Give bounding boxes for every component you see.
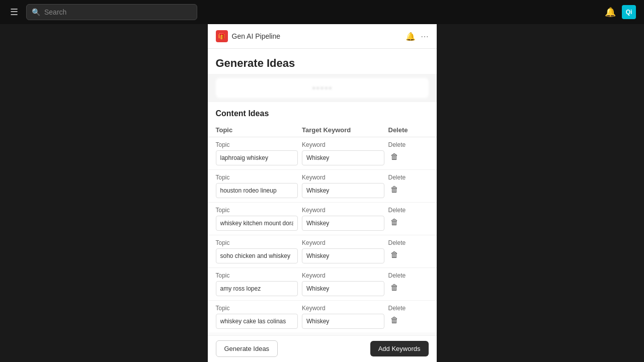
keyword-label-0: Keyword — [302, 141, 384, 148]
topic-label-2: Topic — [216, 207, 298, 214]
table-body: Topic Keyword Delete 🗑 Topic — [208, 137, 437, 335]
delete-button-0[interactable]: 🗑 — [388, 150, 400, 163]
delete-label-1: Delete — [388, 174, 406, 181]
delete-button-4[interactable]: 🗑 — [388, 281, 400, 294]
delete-label-0: Delete — [388, 141, 406, 148]
delete-group-4: Delete 🗑 — [388, 272, 429, 294]
bottom-bar: Generate Ideas Add Keywords — [208, 335, 437, 362]
col-delete: Delete — [388, 126, 429, 134]
generate-ideas-button[interactable]: Generate Ideas — [216, 340, 278, 357]
nav-bell-icon[interactable]: 🔔 — [605, 7, 616, 18]
table-row: Topic Keyword Delete 🗑 — [208, 203, 437, 235]
keyword-input-4[interactable] — [302, 281, 384, 296]
delete-group-5: Delete 🗑 — [388, 305, 429, 327]
col-topic: Topic — [216, 126, 302, 134]
delete-button-5[interactable]: 🗑 — [388, 314, 400, 327]
topic-label-5: Topic — [216, 305, 298, 312]
delete-group-1: Delete 🗑 — [388, 174, 429, 196]
keyword-input-0[interactable] — [302, 150, 384, 165]
keyword-input-5[interactable] — [302, 314, 384, 329]
keyword-input-3[interactable] — [302, 248, 384, 263]
keyword-label-1: Keyword — [302, 174, 384, 181]
content-ideas-card: Content Ideas Topic Target Keyword Delet… — [208, 102, 437, 335]
app-header-right: 🔔 ⋯ — [406, 32, 429, 41]
search-icon: 🔍 — [32, 8, 40, 16]
main-wrapper: ☰ 🔍 🔔 Qi 🎁 Gen AI Pipeline 🔔 ⋯ Generate … — [0, 0, 644, 362]
keyword-cell-3: Keyword — [302, 239, 388, 263]
delete-group-2: Delete 🗑 — [388, 207, 429, 229]
add-keywords-button[interactable]: Add Keywords — [370, 341, 429, 356]
topic-cell-0: Topic — [216, 141, 302, 165]
topic-cell-4: Topic — [216, 272, 302, 296]
topic-label-0: Topic — [216, 141, 298, 148]
app-more-icon[interactable]: ⋯ — [421, 32, 429, 41]
delete-group-3: Delete 🗑 — [388, 239, 429, 261]
page-content: 🎁 Gen AI Pipeline 🔔 ⋯ Generate Ideas • •… — [208, 24, 437, 362]
top-nav: ☰ 🔍 🔔 Qi — [0, 0, 644, 24]
topic-cell-1: Topic — [216, 174, 302, 198]
keyword-cell-4: Keyword — [302, 272, 388, 296]
faded-section: • • • • • — [216, 78, 429, 98]
delete-label-2: Delete — [388, 207, 406, 214]
topic-label-3: Topic — [216, 239, 298, 246]
search-input[interactable] — [44, 8, 192, 16]
keyword-label-4: Keyword — [302, 272, 384, 279]
table-row: Topic Keyword Delete 🗑 — [208, 268, 437, 301]
avatar: Qi — [622, 5, 636, 19]
app-bell-icon[interactable]: 🔔 — [406, 32, 416, 41]
delete-group-0: Delete 🗑 — [388, 141, 429, 163]
topic-input-2[interactable] — [216, 216, 298, 231]
topic-input-0[interactable] — [216, 150, 298, 165]
keyword-label-3: Keyword — [302, 239, 384, 246]
app-title-label: Gen AI Pipeline — [232, 32, 281, 40]
delete-label-4: Delete — [388, 272, 406, 279]
keyword-label-5: Keyword — [302, 305, 384, 312]
table-row: Topic Keyword Delete 🗑 — [208, 170, 437, 203]
delete-label-3: Delete — [388, 239, 406, 246]
table-row: Topic Keyword Delete 🗑 — [208, 301, 437, 333]
keyword-cell-5: Keyword — [302, 305, 388, 329]
app-icon: 🎁 — [216, 30, 228, 42]
delete-button-1[interactable]: 🗑 — [388, 183, 400, 196]
delete-label-5: Delete — [388, 305, 406, 312]
keyword-input-1[interactable] — [302, 183, 384, 198]
hamburger-icon[interactable]: ☰ — [8, 5, 20, 20]
table-row: Topic Keyword Delete 🗑 — [208, 235, 437, 268]
delete-button-2[interactable]: 🗑 — [388, 216, 400, 229]
topic-cell-2: Topic — [216, 207, 302, 231]
keyword-cell-1: Keyword — [302, 174, 388, 198]
topic-cell-5: Topic — [216, 305, 302, 329]
topic-input-4[interactable] — [216, 281, 298, 296]
col-keyword: Target Keyword — [302, 126, 388, 134]
delete-button-3[interactable]: 🗑 — [388, 248, 400, 261]
topic-label-4: Topic — [216, 272, 298, 279]
keyword-cell-2: Keyword — [302, 207, 388, 231]
content-ideas-header: Content Ideas — [208, 102, 437, 123]
topic-cell-3: Topic — [216, 239, 302, 263]
search-bar[interactable]: 🔍 — [26, 4, 197, 20]
topic-input-5[interactable] — [216, 314, 298, 329]
page-title-section: Generate Ideas — [208, 49, 437, 74]
topic-input-1[interactable] — [216, 183, 298, 198]
nav-right: 🔔 Qi — [605, 5, 636, 19]
app-header-left: 🎁 Gen AI Pipeline — [216, 30, 281, 42]
table-row: Topic Keyword Delete 🗑 — [208, 137, 437, 170]
keyword-cell-0: Keyword — [302, 141, 388, 165]
topic-input-3[interactable] — [216, 248, 298, 263]
keyword-label-2: Keyword — [302, 207, 384, 214]
table-header: Topic Target Keyword Delete — [208, 123, 437, 137]
keyword-input-2[interactable] — [302, 216, 384, 231]
topic-label-1: Topic — [216, 174, 298, 181]
app-header: 🎁 Gen AI Pipeline 🔔 ⋯ — [208, 24, 437, 49]
page-title: Generate Ideas — [216, 57, 429, 70]
